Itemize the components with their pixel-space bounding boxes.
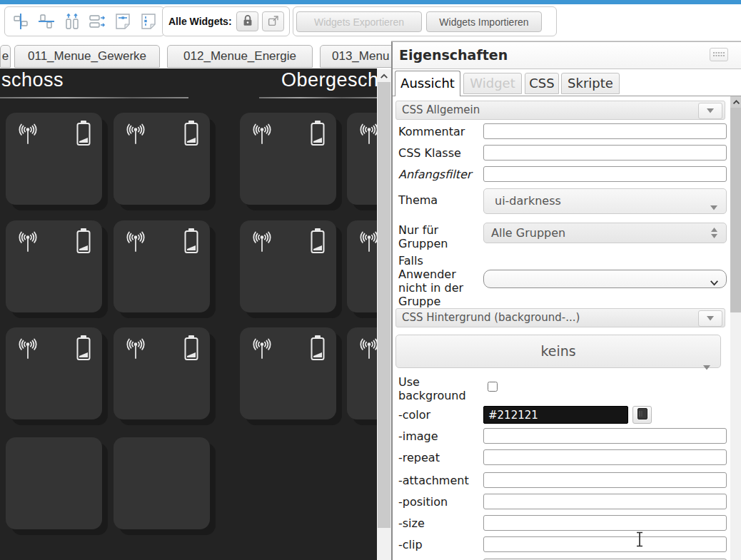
battery-icon	[311, 228, 325, 254]
widget-tile[interactable]	[114, 437, 210, 529]
battery-icon	[184, 228, 198, 254]
page-width-icon	[114, 12, 132, 31]
widget-tile[interactable]	[240, 327, 336, 419]
antenna-signal-icon	[15, 229, 41, 255]
widget-tile[interactable]	[347, 327, 377, 419]
scroll-up-icon[interactable]	[730, 96, 741, 108]
anfangsfilter-input[interactable]	[483, 166, 727, 182]
widget-tile[interactable]	[240, 113, 336, 205]
view-tab-013-menu[interactable]: 013_Menu	[320, 45, 391, 68]
open-all-widgets-button[interactable]	[262, 11, 284, 31]
anfangsfilter-label: Anfangsfilter	[398, 168, 481, 181]
widget-tile[interactable]	[6, 437, 102, 529]
color-label: -color	[398, 408, 481, 422]
size-label: -size	[398, 516, 481, 530]
all-widgets-label: Alle Widgets:	[168, 16, 232, 27]
view-tab-012-menue-energie[interactable]: 012_Menue_Energie	[167, 45, 313, 68]
panel-grip-button[interactable]	[710, 48, 728, 61]
color-picker-button[interactable]	[632, 406, 652, 424]
attachment-input[interactable]	[483, 472, 727, 488]
section-collapse-button[interactable]	[698, 103, 722, 119]
battery-icon	[184, 120, 198, 146]
clip-input[interactable]	[483, 536, 727, 552]
nur-fuer-gruppen-dropdown[interactable]: Alle Gruppen	[483, 223, 727, 243]
all-widgets-group: Alle Widgets:	[162, 6, 290, 36]
section-css-allgemein-label: CSS Allgemein	[402, 103, 480, 116]
section-css-allgemein[interactable]: CSS Allgemein	[395, 101, 725, 120]
panel-tab-skripte[interactable]: Skripte	[561, 73, 620, 94]
position-label: -position	[398, 495, 481, 509]
lock-icon	[241, 14, 255, 30]
antenna-signal-icon	[15, 121, 41, 147]
scroll-up-icon[interactable]	[377, 69, 391, 82]
battery-icon	[76, 335, 91, 361]
widget-tile[interactable]	[6, 220, 102, 312]
page-height-button[interactable]	[138, 10, 159, 33]
color-input[interactable]	[483, 406, 628, 424]
chevron-down-icon	[707, 316, 714, 321]
battery-icon	[311, 335, 325, 361]
antenna-signal-icon	[356, 229, 377, 255]
panel-tab-css[interactable]: CSS	[525, 73, 559, 94]
battery-icon	[76, 120, 91, 146]
size-input[interactable]	[483, 515, 727, 531]
panel-scrollbar[interactable]	[730, 96, 741, 560]
distribute-vertical-button[interactable]	[61, 10, 83, 33]
widget-tile[interactable]	[114, 113, 210, 205]
antenna-signal-icon	[356, 336, 377, 362]
page-height-icon	[139, 12, 158, 31]
widget-tile[interactable]	[114, 220, 210, 312]
antenna-signal-icon	[249, 121, 275, 147]
section-css-hintergrund-label: CSS Hintergrund (background-...)	[402, 311, 580, 324]
panel-tab-widget[interactable]: Widget	[463, 73, 522, 94]
image-label: -image	[398, 429, 481, 443]
widget-tile[interactable]	[347, 113, 377, 205]
widgets-import-button[interactable]: Widgets Importieren	[426, 11, 542, 32]
canvas[interactable]: schoss Obergesch	[0, 68, 377, 560]
canvas-scrollbar[interactable]	[377, 69, 391, 560]
panel-scrollbar-thumb[interactable]	[730, 108, 741, 312]
antenna-signal-icon	[249, 336, 275, 362]
distribute-horizontal-button[interactable]	[86, 10, 108, 33]
use-background-checkbox[interactable]	[488, 382, 498, 392]
attachment-label: -attachment	[398, 474, 481, 487]
section-css-hintergrund[interactable]: CSS Hintergrund (background-...)	[395, 308, 725, 327]
background-preset-dropdown[interactable]: keins	[395, 335, 721, 368]
text-cursor	[635, 531, 645, 550]
properties-panel: Eigenschaften Aussicht Widget CSS Skript…	[391, 41, 741, 560]
repeat-input[interactable]	[483, 449, 727, 465]
chevron-down-icon	[710, 275, 719, 289]
view-tab-partial[interactable]: e	[0, 45, 11, 68]
section-collapse-button[interactable]	[698, 310, 722, 327]
toolbar: Alle Widgets: Widgets Exportieren Widget…	[0, 4, 741, 41]
css-klasse-input[interactable]	[483, 145, 727, 161]
thema-value: ui-darkness	[495, 189, 561, 213]
open-in-new-icon	[267, 14, 280, 29]
position-input[interactable]	[483, 494, 727, 509]
align-center-vertical-button[interactable]	[10, 10, 31, 33]
distribute-vertical-icon	[63, 12, 81, 31]
thema-dropdown[interactable]: ui-darkness	[483, 188, 727, 214]
panel-tab-aussicht[interactable]: Aussicht	[395, 71, 460, 96]
view-tab-011-menue-gewerke[interactable]: 011_Menue_Gewerke	[14, 45, 160, 68]
align-center-vertical-icon	[11, 12, 30, 31]
widget-tile[interactable]	[6, 327, 102, 419]
align-toolbar-group	[4, 6, 165, 36]
widgets-io-group: Widgets Exportieren Widgets Importieren	[293, 6, 557, 36]
background-preset-value: keins	[540, 343, 575, 359]
falls-anwender-select[interactable]	[483, 270, 727, 288]
widget-tile[interactable]	[347, 220, 377, 312]
view-tabstrip: e 011_Menue_Gewerke 012_Menue_Energie 01…	[0, 41, 391, 68]
distribute-horizontal-icon	[88, 12, 106, 31]
kommentar-input[interactable]	[483, 123, 727, 139]
antenna-signal-icon	[356, 121, 377, 147]
widgets-export-button[interactable]: Widgets Exportieren	[296, 11, 422, 32]
image-input[interactable]	[483, 428, 727, 444]
lock-widgets-button[interactable]	[236, 11, 258, 31]
widget-tile[interactable]	[6, 113, 102, 205]
widget-tile[interactable]	[114, 327, 210, 419]
align-center-horizontal-button[interactable]	[36, 10, 57, 33]
widget-tile[interactable]	[240, 220, 336, 312]
page-width-button[interactable]	[112, 10, 133, 33]
canvas-scrollbar-thumb[interactable]	[378, 82, 390, 528]
